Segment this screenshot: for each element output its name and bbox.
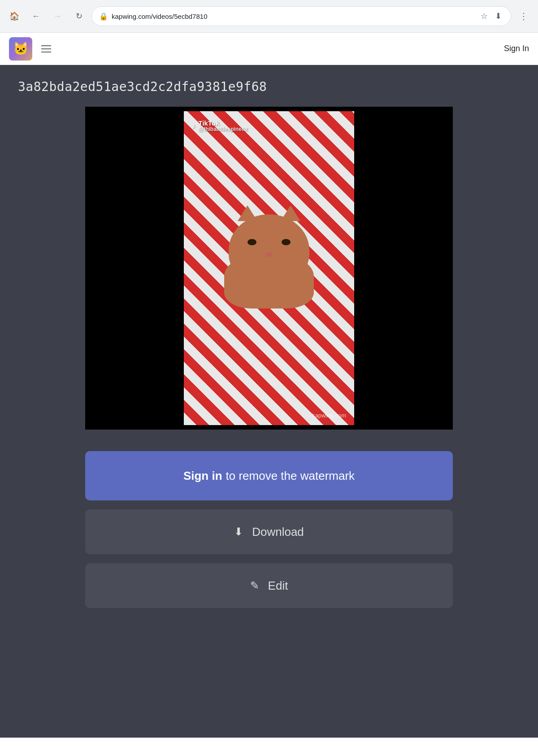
download-addr-icon[interactable]: ⬇ [493, 9, 503, 23]
browser-chrome: 🏠 ← → ↻ 🔒 kapwing.com/videos/5ecbd7810 ☆… [0, 0, 538, 33]
tiktok-info: TikTok @thibaultlespineux [199, 119, 248, 132]
cat-ear-right [281, 205, 300, 221]
logo-emoji: 🐱 [13, 41, 29, 56]
bookmark-icon[interactable]: ☆ [479, 9, 490, 23]
cat-ear-left [238, 205, 257, 221]
cat-eye-right [282, 239, 291, 245]
back-button[interactable]: ← [27, 7, 45, 25]
main-content: 3a82bda2ed51ae3cd2c2dfa9381e9f68 [0, 65, 538, 738]
cat-head [229, 214, 309, 286]
browser-menu-button[interactable]: ⋮ [515, 7, 533, 25]
app-header: 🐱 Sign In [0, 33, 538, 65]
header-left: 🐱 [9, 37, 53, 61]
watermark-rest-text: to remove the watermark [226, 469, 355, 483]
refresh-button[interactable]: ↻ [70, 7, 88, 25]
download-label: Download [252, 525, 304, 539]
video-wrapper: ♪ TikTok @thibaultlespineux kapwing.com [85, 107, 453, 430]
download-button[interactable]: ⬇ Download [85, 509, 453, 554]
browser-toolbar: 🏠 ← → ↻ 🔒 kapwing.com/videos/5ecbd7810 ☆… [0, 0, 538, 32]
edit-icon: ✎ [250, 579, 259, 592]
lock-icon: 🔒 [99, 12, 108, 21]
edit-label: Edit [268, 579, 288, 593]
kitten-figure [215, 192, 323, 300]
hamburger-menu-button[interactable] [39, 43, 53, 54]
kapwing-watermark: kapwing.com [312, 412, 346, 419]
app-logo: 🐱 [9, 37, 32, 61]
address-bar[interactable]: 🔒 kapwing.com/videos/5ecbd7810 ☆ ⬇ [91, 6, 511, 26]
url-text: kapwing.com/videos/5ecbd7810 [112, 13, 475, 20]
forward-button[interactable]: → [48, 7, 66, 25]
tiktok-overlay: ♪ TikTok @thibaultlespineux [192, 119, 248, 132]
cat-nose [266, 252, 272, 257]
download-icon: ⬇ [234, 526, 243, 538]
home-button[interactable]: 🏠 [5, 7, 23, 25]
edit-button[interactable]: ✎ Edit [85, 563, 453, 608]
hamburger-line-1 [41, 45, 51, 46]
kitten-video[interactable]: ♪ TikTok @thibaultlespineux kapwing.com [184, 111, 354, 425]
cat-eye-left [247, 239, 256, 245]
tiktok-username: @thibaultlespineux [199, 126, 248, 132]
header-sign-in-link[interactable]: Sign In [504, 44, 529, 53]
hamburger-line-2 [41, 48, 51, 49]
tiktok-icon: ♪ [192, 122, 196, 130]
sign-in-bold-text: Sign in [183, 469, 222, 483]
video-container: ♪ TikTok @thibaultlespineux kapwing.com [85, 107, 453, 430]
video-title: 3a82bda2ed51ae3cd2c2dfa9381e9f68 [18, 79, 520, 94]
sign-in-watermark-button[interactable]: Sign in to remove the watermark [85, 451, 453, 500]
buttons-section: Sign in to remove the watermark ⬇ Downlo… [85, 451, 453, 608]
hamburger-line-3 [41, 52, 51, 52]
